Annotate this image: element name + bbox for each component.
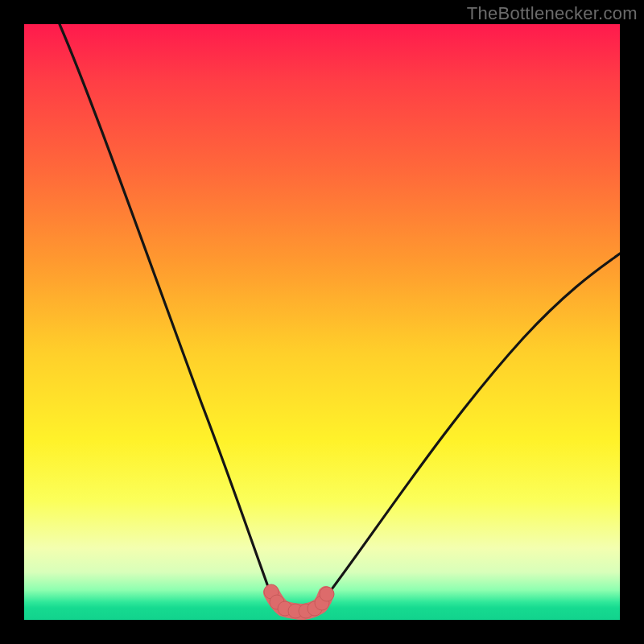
valley-marker-dots: [264, 584, 334, 618]
curve-left-branch: [60, 24, 274, 602]
curve-right-branch: [322, 254, 620, 602]
curve-layer: [24, 24, 620, 620]
watermark-text: TheBottlenecker.com: [467, 3, 638, 24]
chart-frame: TheBottlenecker.com: [0, 0, 644, 644]
plot-area: [24, 24, 620, 620]
svg-point-7: [320, 587, 334, 601]
